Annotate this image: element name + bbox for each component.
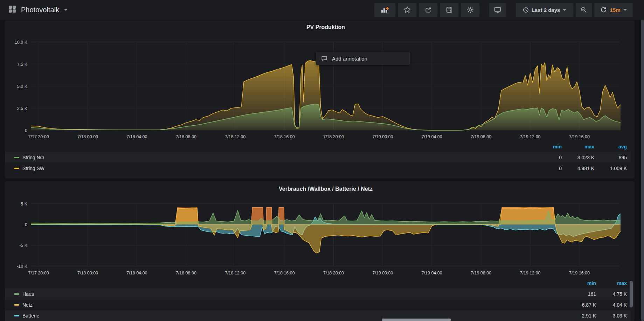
monitor-icon [494,6,501,13]
series-color-swatch [14,157,19,158]
legend-scrollbar-thumb[interactable] [630,281,633,307]
x-axis-tick-label: 7/19 04:00 [422,271,442,275]
legend-series-label: String SW [22,166,44,171]
settings-button[interactable] [461,3,479,17]
legend-stat-value: -6.87 K [565,302,596,308]
x-axis-tick-label: 7/18 00:00 [77,134,98,139]
legend-stat-value: -2.91 K [565,313,596,319]
y-axis-tick-label: 5.0 K [17,84,28,89]
legend-stat-value: 0 [529,155,562,160]
refresh-icon [600,7,607,13]
time-range-picker[interactable]: Last 2 days [516,3,573,17]
star-icon [404,6,411,13]
legend-series-label: Haus [22,291,34,297]
panel-title-verbrauch[interactable]: Verbrauch /Wallbox / Batterie / Netz [31,186,621,193]
x-axis-tick-label: 7/19 12:00 [520,271,540,275]
add-annotation-label: Add annotation [332,56,367,62]
y-axis-tick-label: -5 K [19,243,28,248]
y-axis-tick-label: 2.5 K [17,106,28,111]
legend-column-max[interactable]: max [562,144,594,149]
save-button[interactable] [440,3,458,17]
x-axis-tick-label: 7/18 12:00 [225,271,245,275]
x-axis-tick-label: 7/18 16:00 [274,271,295,275]
star-button[interactable] [398,3,416,17]
legend-stat-value: 0 [529,166,562,171]
legend-row-netz[interactable]: Netz-6.87 K4.04 K [5,299,631,310]
share-button[interactable] [419,3,437,17]
pv-produktion-legend: minmaxavgString NO03.023 K895String SW04… [5,141,631,174]
legend-series-label: Netz [22,302,33,308]
chevron-down-icon [623,9,627,11]
legend-column-avg[interactable]: avg [594,144,627,149]
x-axis-tick-label: 7/19 16:00 [569,271,590,275]
x-axis-tick-label: 7/18 16:00 [274,134,295,139]
legend-series-label: String NO [22,155,44,160]
y-axis-tick-label: 0 [25,222,27,227]
x-axis-tick-label: 7/19 08:00 [471,271,491,275]
refresh-picker[interactable]: 15m [594,3,633,17]
x-axis-tick-label: 7/18 20:00 [323,134,344,139]
chevron-down-icon [563,9,566,11]
add-annotation-tooltip[interactable]: Add annotation [316,52,410,65]
save-icon [446,6,453,13]
add-panel-button[interactable] [374,3,395,17]
x-axis-tick-label: 7/19 08:00 [471,134,491,139]
legend-stat-value: 4.04 K [596,302,627,308]
zoom-out-icon [581,6,587,13]
legend-stat-value: 4.75 K [596,291,627,297]
series-color-swatch [14,293,19,295]
x-axis-tick-label: 7/18 20:00 [323,271,344,275]
y-axis-tick-label: 10.0 K [15,40,28,45]
y-axis-tick-label: 5 K [21,202,27,207]
legend-column-min[interactable]: min [529,144,562,149]
chevron-down-icon [64,9,68,11]
dashboard-title-menu[interactable]: Photovoltaik [8,5,68,14]
verbrauch-legend: minmaxHaus1614.75 KNetz-6.87 K4.04 KBatt… [5,278,631,321]
y-axis-tick-label: 7.5 K [17,62,28,67]
x-axis-tick-label: 7/19 12:00 [520,134,540,139]
legend-series-label: Batterie [22,313,39,319]
pv-produktion-chart[interactable]: 02.5 K5.0 K7.5 K10.0 K7/17 20:007/18 00:… [0,20,644,143]
x-axis-tick-label: 7/19 00:00 [372,134,393,139]
legend-column-max[interactable]: max [596,280,627,286]
legend-stat-value: 161 [565,291,596,297]
page-scrollbar-thumb[interactable] [641,20,644,321]
top-navbar: Photovoltaik [0,0,644,20]
comment-bubble-icon [321,55,327,62]
y-axis-tick-label: -10 K [17,264,28,269]
x-axis-tick-label: 7/18 04:00 [126,271,147,275]
x-axis-tick-label: 7/17 20:00 [28,134,49,139]
time-range-label: Last 2 days [532,7,560,13]
series-area-netz [31,208,621,253]
series-color-swatch [14,315,19,316]
x-axis-tick-label: 7/18 08:00 [176,134,196,139]
x-axis-tick-label: 7/18 00:00 [77,271,98,275]
x-axis-tick-label: 7/19 16:00 [569,134,590,139]
horizontal-scrollbar-thumb[interactable] [382,319,451,321]
legend-column-min[interactable]: min [565,280,596,286]
refresh-interval-label: 15m [610,7,620,13]
legend-row-batterie[interactable]: Batterie-2.91 K3.03 K [5,310,631,321]
dashboard-title: Photovoltaik [21,6,59,14]
series-color-swatch [14,168,19,169]
legend-stat-value: 4.981 K [562,166,594,171]
x-axis-tick-label: 7/18 08:00 [176,271,196,275]
legend-stat-value: 895 [594,155,627,160]
legend-row-string-no[interactable]: String NO03.023 K895 [5,152,631,163]
share-icon [425,6,432,13]
tv-cycle-button[interactable] [489,3,506,17]
legend-stat-value: 3.03 K [596,313,627,319]
x-axis-tick-label: 7/17 20:00 [28,271,49,275]
zoom-out-button[interactable] [576,3,592,17]
clock-icon [523,7,529,13]
x-axis-tick-label: 7/18 12:00 [225,134,245,139]
x-axis-tick-label: 7/19 04:00 [422,134,442,139]
legend-row-haus[interactable]: Haus1614.75 K [5,288,631,299]
add-panel-icon [381,6,389,13]
series-color-swatch [14,304,19,306]
legend-header-row: minmax [5,278,631,288]
verbrauch-chart[interactable]: -10 K-5 K05 K7/17 20:007/18 00:007/18 04… [0,196,644,279]
x-axis-tick-label: 7/19 00:00 [372,271,393,275]
legend-row-string-sw[interactable]: String SW04.981 K1.009 K [5,163,631,174]
gear-icon [467,6,474,13]
